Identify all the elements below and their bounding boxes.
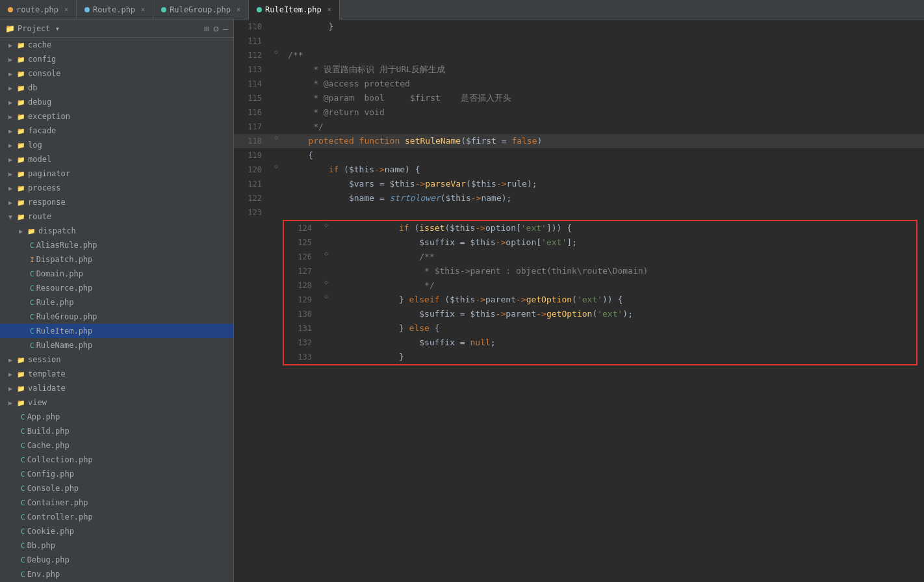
label-view: view — [28, 398, 47, 407]
gutter-118: ◇ — [270, 134, 283, 141]
label-Resource: Resource.php — [36, 284, 93, 293]
folder-icon-exception: 📁 — [16, 111, 26, 122]
sidebar-item-Collection[interactable]: C Collection.php — [0, 453, 233, 467]
label-model: model — [28, 155, 51, 164]
sidebar-item-Config[interactable]: C Config.php — [0, 467, 233, 481]
file-icon-Config: C — [21, 470, 25, 479]
sidebar-item-session[interactable]: ▶ 📁 session — [0, 352, 233, 367]
sidebar-icon-layout[interactable]: ⊞ — [204, 23, 209, 34]
tab-RuleItem-php[interactable]: RuleItem.php × — [249, 0, 340, 20]
sidebar-item-Db[interactable]: C Db.php — [0, 538, 233, 553]
arrow-RuleGroup — [19, 313, 30, 321]
sidebar-item-RuleName[interactable]: C RuleName.php — [0, 338, 233, 352]
sidebar-item-RuleItem[interactable]: C RuleItem.php — [0, 324, 233, 338]
file-icon-Cookie: C — [21, 527, 25, 536]
tab-dot-route — [8, 7, 13, 12]
sidebar-item-Cookie[interactable]: C Cookie.php — [0, 524, 233, 538]
label-validate: validate — [28, 384, 66, 393]
folder-icon-template: 📁 — [16, 369, 26, 379]
sidebar-item-model[interactable]: ▶ 📁 model — [0, 152, 233, 166]
sidebar-item-debug[interactable]: ▶ 📁 debug — [0, 95, 233, 109]
tab-dot-RuleItem — [257, 7, 262, 12]
sidebar-item-Env[interactable]: C Env.php — [0, 567, 233, 581]
tab-Route-php[interactable]: Route.php × — [77, 0, 153, 20]
code-content-127: * $this->parent : object(think\route\Dom… — [333, 264, 916, 278]
tab-close-RuleItem[interactable]: × — [327, 6, 331, 13]
gutter-diamond-126: ◇ — [324, 250, 328, 257]
tab-close-Route[interactable]: × — [141, 6, 145, 13]
label-RuleItem: RuleItem.php — [36, 326, 93, 336]
sidebar-item-Cache[interactable]: C Cache.php — [0, 438, 233, 453]
ln-133: 133 — [284, 350, 320, 364]
sidebar-title: 📁 Project ▾ — [5, 24, 60, 33]
label-Config: Config.php — [27, 470, 74, 479]
sidebar-item-Dispatch[interactable]: I Dispatch.php — [0, 252, 233, 267]
code-line-118: 118 ◇ protected function setRuleName($fi… — [234, 134, 924, 148]
file-icon-Build: C — [21, 427, 25, 436]
arrow-config: ▶ — [5, 56, 16, 63]
arrow-route: ▼ — [5, 213, 16, 220]
label-Domain: Domain.php — [36, 269, 83, 278]
ln-124: 124 — [284, 221, 320, 235]
code-line-121: 121 $vars = $this->parseVar($this->rule)… — [234, 177, 924, 191]
sidebar-item-facade[interactable]: ▶ 📁 facade — [0, 124, 233, 138]
arrow-dispatch: ▶ — [16, 228, 26, 235]
sidebar-item-Resource[interactable]: C Resource.php — [0, 281, 233, 295]
sidebar-item-Rule[interactable]: C Rule.php — [0, 295, 233, 310]
sidebar-item-App[interactable]: C App.php — [0, 410, 233, 424]
tab-close-route[interactable]: × — [64, 6, 68, 13]
sidebar-item-dispatch[interactable]: ▶ 📁 dispatch — [0, 224, 233, 238]
file-icon-RuleGroup: C — [30, 313, 34, 321]
sidebar-item-template[interactable]: ▶ 📁 template — [0, 367, 233, 381]
label-Build: Build.php — [27, 427, 70, 436]
sidebar-item-response[interactable]: ▶ 📁 response — [0, 195, 233, 209]
gutter-diamond-118: ◇ — [274, 134, 278, 141]
tab-route-php[interactable]: route.php × — [0, 0, 77, 20]
tab-RuleGroup-php[interactable]: RuleGroup.php × — [153, 0, 249, 20]
sidebar-item-log[interactable]: ▶ 📁 log — [0, 138, 233, 152]
code-content-129: } elseif ($this->parent->getOption('ext'… — [333, 293, 916, 307]
sidebar-item-exception[interactable]: ▶ 📁 exception — [0, 109, 233, 124]
sidebar-item-Debug[interactable]: C Debug.php — [0, 553, 233, 567]
gutter-128: ◇ — [320, 278, 333, 285]
sidebar-item-Container[interactable]: C Container.php — [0, 496, 233, 510]
folder-icon-model: 📁 — [16, 154, 26, 165]
sidebar-item-route[interactable]: ▼ 📁 route — [0, 209, 233, 224]
sidebar-item-validate[interactable]: ▶ 📁 validate — [0, 381, 233, 395]
sidebar-item-Console[interactable]: C Console.php — [0, 481, 233, 496]
label-dispatch: dispatch — [38, 226, 76, 235]
sidebar-item-cache[interactable]: ▶ 📁 cache — [0, 38, 233, 52]
sidebar-icon-settings[interactable]: ⚙ — [213, 23, 218, 34]
code-content-114: * @access protected — [283, 77, 924, 91]
ln-132: 132 — [284, 336, 320, 350]
sidebar-header-icons: ⊞ ⚙ — — [204, 23, 228, 34]
code-content-116: * @return void — [283, 105, 924, 120]
label-RuleGroup: RuleGroup.php — [36, 312, 97, 321]
folder-icon-session: 📁 — [16, 354, 26, 365]
code-line-120: 120 ◇ if ($this->name) { — [234, 163, 924, 177]
sidebar-item-console[interactable]: ▶ 📁 console — [0, 66, 233, 81]
code-line-126: 126 ◇ /** — [284, 250, 916, 264]
ln-128: 128 — [284, 278, 320, 293]
sidebar-item-paginator[interactable]: ▶ 📁 paginator — [0, 166, 233, 181]
sidebar-item-Domain[interactable]: C Domain.php — [0, 267, 233, 281]
sidebar-item-view[interactable]: ▶ 📁 view — [0, 395, 233, 410]
tab-label-route: route.php — [16, 5, 58, 14]
tab-close-RuleGroup[interactable]: × — [237, 6, 240, 13]
sidebar-item-db[interactable]: ▶ 📁 db — [0, 81, 233, 95]
sidebar-item-AliasRule[interactable]: C AliasRule.php — [0, 238, 233, 252]
sidebar-item-process[interactable]: ▶ 📁 process — [0, 181, 233, 195]
sidebar-icon-close[interactable]: — — [223, 23, 228, 34]
tab-label-RuleGroup: RuleGroup.php — [170, 5, 231, 14]
tab-bar: route.php × Route.php × RuleGroup.php × … — [0, 0, 924, 20]
sidebar-header: 📁 Project ▾ ⊞ ⚙ — — [0, 20, 233, 38]
sidebar-item-Build[interactable]: C Build.php — [0, 424, 233, 438]
folder-icon-process: 📁 — [16, 183, 26, 193]
code-content-130: $suffix = $this->parent->getOption('ext'… — [333, 307, 916, 321]
arrow-template: ▶ — [5, 371, 16, 378]
code-content-122: $name = strtolower($this->name); — [283, 191, 924, 205]
sidebar-item-config[interactable]: ▶ 📁 config — [0, 52, 233, 66]
sidebar-item-Controller[interactable]: C Controller.php — [0, 510, 233, 524]
sidebar-item-RuleGroup[interactable]: C RuleGroup.php — [0, 310, 233, 324]
arrow-model: ▶ — [5, 156, 16, 163]
